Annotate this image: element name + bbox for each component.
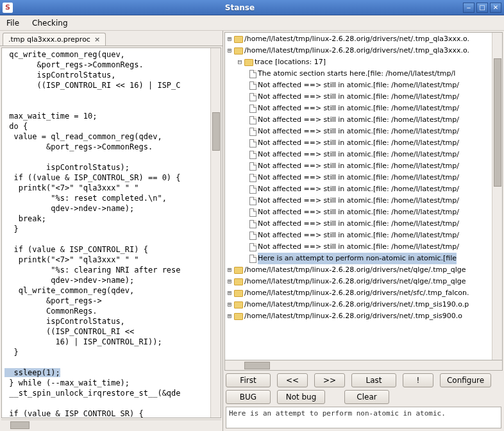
document-icon	[249, 220, 256, 228]
document-icon	[249, 139, 256, 148]
document-icon	[249, 128, 256, 136]
folder-icon	[234, 301, 243, 308]
document-icon	[249, 255, 256, 263]
tree-item[interactable]: Not affected ==> still in atomic.[file: …	[226, 183, 491, 195]
window-title: Stanse	[17, 3, 463, 12]
document-icon	[249, 105, 256, 113]
folder-icon	[234, 36, 243, 43]
tree-item[interactable]: ⊞ /home/l/latest/tmp/linux-2.6.28.orig/d…	[226, 276, 491, 287]
excl-button[interactable]: !	[403, 373, 433, 387]
tree-item[interactable]: Not affected ==> still in atomic.[file: …	[226, 103, 491, 114]
folder-icon	[234, 290, 243, 297]
prev-button[interactable]: <<	[277, 373, 308, 387]
maximize-button[interactable]: □	[476, 3, 488, 13]
tree-item[interactable]: Not affected ==> still in atomic.[file: …	[226, 241, 491, 253]
tree-item[interactable]: ⊞ /home/l/latest/tmp/linux-2.6.28.orig/d…	[226, 33, 491, 45]
tree-item[interactable]: Not affected ==> still in atomic.[file: …	[226, 218, 491, 230]
document-icon	[249, 208, 256, 217]
document-icon	[249, 197, 256, 205]
tree-item[interactable]: ⊞ /home/l/latest/tmp/linux-2.6.28.orig/d…	[226, 287, 491, 299]
next-button[interactable]: >>	[314, 373, 345, 387]
folder-icon	[234, 47, 243, 55]
code-hscrollbar[interactable]	[1, 419, 221, 430]
tree-item[interactable]: ⊟ trace [locations: 17]	[226, 56, 491, 68]
document-icon	[249, 70, 256, 78]
last-button[interactable]: Last	[351, 373, 396, 387]
document-icon	[249, 81, 256, 90]
tree-item[interactable]: Not affected ==> still in atomic.[file: …	[226, 195, 491, 207]
document-icon	[249, 174, 256, 182]
folder-icon	[234, 313, 243, 320]
code-vscrollbar[interactable]	[210, 48, 221, 418]
configure-button[interactable]: Configure	[440, 373, 491, 387]
tree-item[interactable]: Not affected ==> still in atomic.[file: …	[226, 137, 491, 149]
folder-icon	[244, 59, 253, 66]
tree-item[interactable]: The atomic section starts here.[file: /h…	[226, 68, 491, 80]
document-icon	[249, 232, 256, 240]
first-button[interactable]: First	[226, 373, 271, 387]
source-pane: .tmp qla3xxx.o.preproc × qc_write_common…	[0, 31, 223, 431]
document-icon	[249, 151, 256, 159]
close-button[interactable]: ✕	[490, 3, 501, 13]
tree-item[interactable]: Not affected ==> still in atomic.[file: …	[226, 172, 491, 183]
app-icon: S	[3, 3, 13, 13]
tree-vscrollbar[interactable]	[492, 33, 502, 360]
tree-item[interactable]: Not affected ==> still in atomic.[file: …	[226, 126, 491, 137]
document-icon	[249, 162, 256, 171]
menu-file[interactable]: File	[4, 17, 22, 29]
tree-hscrollbar[interactable]	[224, 360, 503, 371]
tree-item[interactable]: ⊞ /home/l/latest/tmp/linux-2.6.28.orig/d…	[226, 264, 491, 276]
titlebar: S Stanse ‒ □ ✕	[0, 0, 504, 15]
menubar: File Checking	[0, 15, 504, 31]
tab-label: .tmp qla3xxx.o.preproc	[8, 35, 90, 44]
bug-button[interactable]: BUG	[226, 390, 271, 404]
tree-item[interactable]: Not affected ==> still in atomic.[file: …	[226, 149, 491, 160]
folder-icon	[234, 267, 243, 274]
source-tab[interactable]: .tmp qla3xxx.o.preproc ×	[3, 33, 106, 46]
tree-item[interactable]: ⊞ /home/l/latest/tmp/linux-2.6.28.orig/d…	[226, 45, 491, 56]
menu-checking[interactable]: Checking	[29, 17, 70, 29]
status-area: Here is an attempt to perform non-atomic…	[226, 407, 501, 428]
tree-item[interactable]: ⊞ /home/l/latest/tmp/linux-2.6.28.orig/d…	[226, 310, 491, 322]
document-icon	[249, 93, 256, 101]
folder-icon	[234, 278, 243, 285]
tree-item[interactable]: Not affected ==> still in atomic.[file: …	[226, 160, 491, 172]
document-icon	[249, 185, 256, 194]
tree-item[interactable]: Not affected ==> still in atomic.[file: …	[226, 91, 491, 103]
notbug-button[interactable]: Not bug	[277, 390, 325, 404]
clear-button[interactable]: Clear	[344, 390, 389, 404]
tree-item[interactable]: Not affected ==> still in atomic.[file: …	[226, 114, 491, 126]
classify-button-row: BUG Not bug Clear	[224, 390, 503, 407]
nav-button-row: First << >> Last ! Configure	[224, 371, 503, 390]
tree-item[interactable]: Not affected ==> still in atomic.[file: …	[226, 230, 491, 241]
results-pane: ⊞ /home/l/latest/tmp/linux-2.6.28.orig/d…	[223, 31, 504, 431]
tree-item[interactable]: Not affected ==> still in atomic.[file: …	[226, 207, 491, 218]
tab-close-icon[interactable]: ×	[94, 35, 100, 44]
code-view[interactable]: qc_write_common_reg(quev, &port_regs->Co…	[2, 48, 210, 418]
tree-item[interactable]: ⊞ /home/l/latest/tmp/linux-2.6.28.orig/d…	[226, 299, 491, 310]
minimize-button[interactable]: ‒	[463, 3, 475, 13]
tree-item[interactable]: Not affected ==> still in atomic.[file: …	[226, 80, 491, 91]
document-icon	[249, 243, 256, 251]
document-icon	[249, 116, 256, 124]
tree-item[interactable]: Here is an attempt to perform non-atomic…	[226, 253, 491, 264]
results-tree[interactable]: ⊞ /home/l/latest/tmp/linux-2.6.28.orig/d…	[225, 33, 492, 360]
